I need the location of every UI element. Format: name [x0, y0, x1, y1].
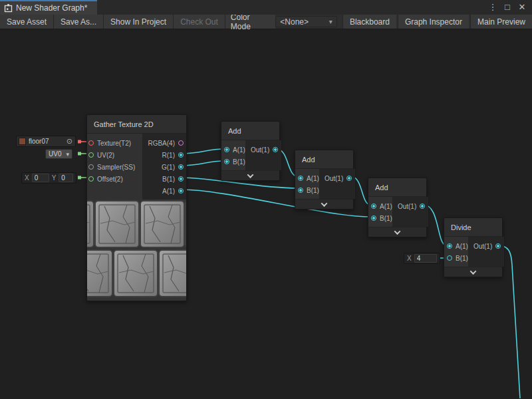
port-label-texture: Texture(T2): [97, 140, 131, 147]
main-preview-toggle-button[interactable]: Main Preview: [470, 15, 532, 29]
output-port-a[interactable]: [178, 188, 184, 194]
offset-y-input[interactable]: [59, 174, 73, 182]
divide-b-input[interactable]: [414, 254, 437, 263]
preview-collapse-button[interactable]: [295, 199, 353, 209]
output-port-out[interactable]: [420, 203, 425, 209]
save-as-button[interactable]: Save As...: [54, 15, 104, 29]
offset-x-input[interactable]: [32, 174, 49, 182]
gather-output-column: RGBA(4) R(1) G(1) B(1): [142, 134, 186, 200]
texture-object-field[interactable]: floor07 ⊙: [16, 136, 76, 147]
close-icon[interactable]: ✕: [516, 1, 528, 14]
save-asset-button[interactable]: Save Asset: [0, 15, 54, 29]
port-label-b: B(1): [380, 215, 392, 222]
output-port-out[interactable]: [495, 243, 501, 249]
maximize-icon[interactable]: □: [501, 1, 513, 14]
input-port-a[interactable]: [224, 147, 229, 152]
node-add-2[interactable]: Add A(1) B(1) Out(1): [295, 150, 354, 209]
texture-widget-dot: [78, 140, 81, 144]
offset-widget-dot: [78, 176, 81, 180]
uv-widget-dot: [78, 152, 81, 156]
node-title[interactable]: Add: [295, 150, 353, 169]
output-port-out[interactable]: [346, 176, 352, 181]
node-title[interactable]: Add: [368, 178, 426, 197]
port-row-a: A(1): [368, 200, 392, 212]
port-label-out: Out(1): [473, 243, 492, 250]
document-tab[interactable]: New Shader Graph*: [0, 0, 97, 15]
port-row-uv: UV(2): [87, 149, 142, 161]
port-label-out: Out(1): [398, 203, 416, 210]
port-label-out: Out(1): [325, 175, 343, 182]
port-row-sampler: Sampler(SS): [87, 161, 142, 173]
port-row-rgba: RGBA(4): [142, 137, 186, 149]
input-port-offset[interactable]: [88, 176, 94, 182]
port-row-texture: Texture(T2): [87, 137, 142, 149]
node-add-1[interactable]: Add A(1) B(1) Out(1): [221, 121, 280, 181]
wire-r-to-add1-a[interactable]: [182, 149, 223, 154]
preview-collapse-button[interactable]: [368, 227, 426, 237]
input-port-sampler[interactable]: [88, 164, 94, 170]
port-label-g: G(1): [162, 164, 175, 171]
tab-title: New Shader Graph*: [16, 3, 87, 13]
input-port-b[interactable]: [298, 188, 303, 193]
show-in-project-button[interactable]: Show In Project: [104, 15, 174, 29]
port-label-b: B(1): [162, 176, 175, 183]
output-port-r[interactable]: [178, 152, 184, 158]
port-row-a: A(1): [221, 144, 245, 156]
object-picker-icon[interactable]: ⊙: [66, 137, 72, 146]
port-row-a: A(1): [295, 172, 319, 184]
port-label-out: Out(1): [251, 146, 269, 154]
texture-object-name: floor07: [29, 138, 64, 145]
port-label-b: B(1): [456, 255, 468, 262]
offset-vector2-widget: X Y: [21, 172, 76, 184]
input-port-b[interactable]: [447, 255, 452, 261]
wire-g-to-add1-b[interactable]: [182, 161, 223, 166]
shader-graph-toolbar: Save Asset Save As... Show In Project Ch…: [0, 15, 532, 29]
preview-collapse-button[interactable]: [221, 170, 279, 180]
chevron-down-icon: [394, 228, 401, 235]
dropdown-arrow-icon: ▾: [329, 18, 332, 25]
node-title[interactable]: Divide: [444, 218, 502, 237]
wire-layer: [0, 29, 532, 398]
input-port-texture[interactable]: [88, 140, 94, 146]
port-row-a: A(1): [142, 185, 186, 197]
shader-graph-icon: [4, 4, 13, 13]
output-port-rgba[interactable]: [178, 140, 184, 146]
port-row-b: B(1): [368, 212, 392, 224]
node-divide[interactable]: Divide A(1) B(1) Out(1): [444, 217, 503, 277]
input-port-a[interactable]: [371, 203, 376, 209]
chevron-down-icon: [247, 172, 254, 178]
port-row-out: Out(1): [245, 144, 281, 156]
graph-inspector-toggle-button[interactable]: Graph Inspector: [398, 15, 469, 29]
texture-preview: [87, 200, 186, 301]
node-title[interactable]: Gather Texture 2D: [87, 115, 186, 134]
node-add-3[interactable]: Add A(1) B(1) Out(1): [368, 178, 427, 237]
node-title[interactable]: Add: [221, 122, 279, 140]
port-row-b: B(1): [221, 156, 245, 168]
output-port-out[interactable]: [273, 147, 278, 152]
port-label-a: A(1): [456, 243, 468, 250]
input-port-b[interactable]: [224, 159, 229, 164]
preview-collapse-button[interactable]: [444, 267, 502, 277]
port-label-uv: UV(2): [97, 152, 114, 159]
input-port-a[interactable]: [298, 176, 303, 181]
input-port-uv[interactable]: [88, 152, 94, 158]
chevron-down-icon: [470, 268, 477, 275]
dropdown-arrow-icon: ▾: [66, 151, 69, 158]
port-row-g: G(1): [142, 161, 186, 173]
gather-input-column: Texture(T2) UV(2) Sampler(SS) Offset(2): [87, 134, 142, 200]
color-mode-value: <None>: [280, 17, 309, 27]
color-mode-dropdown[interactable]: <None> ▾: [275, 16, 337, 27]
input-port-a[interactable]: [447, 243, 452, 249]
uv-channel-dropdown[interactable]: UV0 ▾: [45, 149, 72, 159]
input-port-b[interactable]: [371, 215, 376, 221]
blackboard-toggle-button[interactable]: Blackboard: [342, 15, 396, 29]
color-mode-label: Color Mode: [225, 15, 275, 29]
output-port-g[interactable]: [178, 164, 184, 170]
kebab-menu-icon[interactable]: ⋮: [487, 1, 499, 14]
title-bar: New Shader Graph* ⋮ □ ✕: [0, 0, 532, 15]
port-row-b: B(1): [142, 173, 186, 185]
node-gather-texture-2d[interactable]: Gather Texture 2D Texture(T2) UV(2) Samp…: [86, 114, 187, 301]
graph-canvas[interactable]: Gather Texture 2D Texture(T2) UV(2) Samp…: [0, 29, 532, 398]
port-row-b: B(1): [295, 184, 319, 196]
output-port-b[interactable]: [178, 176, 184, 182]
